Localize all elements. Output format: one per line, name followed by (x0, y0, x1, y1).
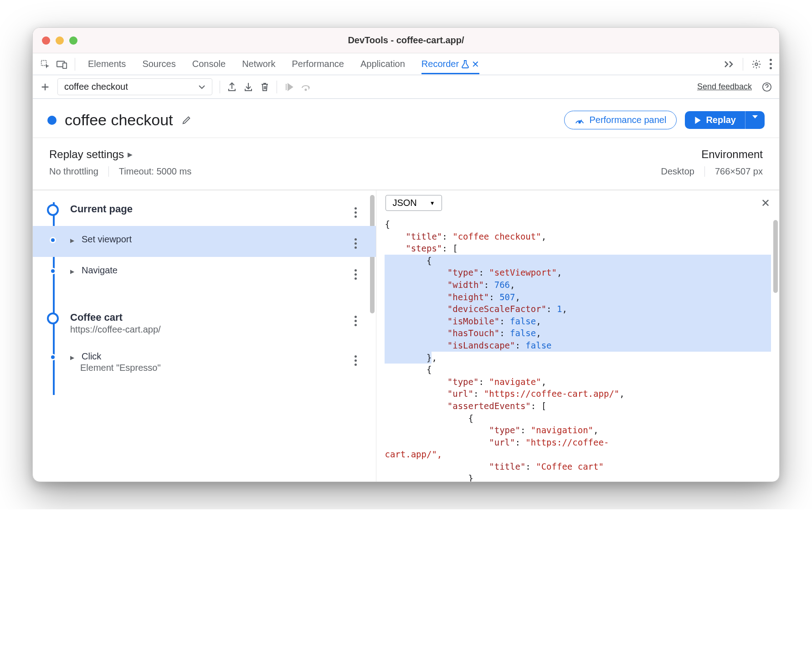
close-code-pane-icon[interactable]: ✕ (761, 197, 770, 210)
timeline-dot-icon (50, 354, 56, 360)
step-more-icon[interactable] (355, 234, 357, 249)
export-icon[interactable] (227, 82, 236, 92)
throttling-value: No throttling (49, 166, 98, 177)
traffic-lights (42, 36, 77, 45)
tab-recorder-label: Recorder (421, 59, 459, 69)
tab-performance[interactable]: Performance (292, 54, 344, 74)
timeout-value: Timeout: 5000 ms (119, 166, 191, 177)
svg-point-3 (755, 63, 758, 66)
recording-select[interactable]: coffee checkout (57, 78, 212, 95)
step-navigate[interactable]: Navigate (46, 257, 370, 288)
step-over-icon[interactable] (301, 83, 311, 91)
replay-button[interactable]: Replay (685, 111, 745, 129)
performance-panel-label: Performance panel (589, 115, 666, 125)
flask-icon (462, 60, 469, 68)
titlebar: DevTools - coffee-cart.app/ (33, 28, 779, 53)
import-icon[interactable] (244, 82, 253, 92)
replay-label: Replay (706, 115, 736, 125)
step-detail: Element "Espresso" (70, 363, 344, 373)
tab-network[interactable]: Network (242, 54, 275, 74)
panel-tabs: Elements Sources Console Network Perform… (88, 54, 719, 74)
more-tabs-icon[interactable] (724, 60, 735, 68)
play-icon (694, 116, 701, 124)
step-group-current-page[interactable]: Current page (46, 195, 370, 226)
new-recording-icon[interactable] (40, 82, 50, 92)
performance-panel-button[interactable]: Performance panel (564, 111, 677, 129)
tab-console[interactable]: Console (192, 54, 226, 74)
expand-caret-icon[interactable] (70, 265, 78, 276)
settings-row: Replay settings ▶ No throttling Timeout:… (33, 138, 779, 190)
close-tab-icon[interactable]: ✕ (472, 59, 479, 70)
step-more-icon[interactable] (355, 351, 357, 366)
tab-recorder[interactable]: Recorder ✕ (421, 54, 479, 74)
step-set-viewport[interactable]: Set viewport (33, 226, 376, 257)
tab-sources[interactable]: Sources (142, 54, 175, 74)
svg-point-4 (305, 89, 307, 90)
minimize-window-button[interactable] (56, 36, 64, 45)
scrollbar-thumb[interactable] (773, 220, 778, 293)
step-label: Navigate (82, 265, 118, 276)
gauge-icon (575, 116, 585, 125)
svg-point-6 (579, 121, 581, 123)
timeline-dot-icon (50, 237, 56, 243)
caret-right-icon: ▶ (128, 151, 133, 158)
step-group-title: Current page (70, 203, 344, 215)
maximize-window-button[interactable] (69, 36, 77, 45)
steps-pane: Current page Set viewport Navigate (33, 190, 376, 482)
window-title: DevTools - coffee-cart.app/ (33, 35, 779, 46)
settings-gear-icon[interactable] (751, 59, 761, 69)
step-click[interactable]: Click Element "Espresso" (46, 343, 370, 381)
step-group-url: https://coffee-cart.app/ (70, 324, 344, 335)
close-window-button[interactable] (42, 36, 50, 45)
step-label: Set viewport (82, 234, 132, 245)
recorder-toolbar: coffee checkout Send feedback (33, 75, 779, 99)
devtools-tabs-row: Elements Sources Console Network Perform… (33, 53, 779, 75)
device-toolbar-icon[interactable] (57, 60, 67, 69)
expand-caret-icon[interactable] (70, 351, 78, 362)
environment-device: Desktop (661, 166, 694, 177)
help-icon[interactable] (762, 82, 772, 92)
kebab-menu-icon[interactable] (770, 59, 772, 69)
timeline-marker-icon (47, 313, 59, 324)
step-more-icon[interactable] (355, 312, 357, 326)
continue-icon[interactable] (284, 82, 293, 92)
code-pane-header: JSON ▼ ✕ (376, 190, 779, 215)
delete-icon[interactable] (260, 82, 269, 92)
replay-settings-heading[interactable]: Replay settings ▶ (49, 148, 191, 161)
step-more-icon[interactable] (355, 265, 357, 280)
code-pane: JSON ▼ ✕ { "title": "coffee checkout", "… (376, 190, 779, 482)
split-pane: Current page Set viewport Navigate (33, 190, 779, 482)
environment-heading: Environment (661, 148, 763, 161)
tab-elements[interactable]: Elements (88, 54, 126, 74)
caret-down-icon (752, 115, 758, 119)
svg-rect-2 (63, 63, 67, 68)
replay-button-group: Replay (685, 111, 765, 129)
inspect-element-icon[interactable] (40, 59, 50, 69)
step-label: Click (82, 351, 101, 362)
step-group-title: Coffee cart (70, 312, 344, 323)
environment-dimensions: 766×507 px (715, 166, 763, 177)
recording-select-value: coffee checkout (64, 82, 128, 92)
send-feedback-link[interactable]: Send feedback (697, 82, 752, 92)
devtools-window: DevTools - coffee-cart.app/ Elements Sou… (32, 27, 780, 482)
chevron-down-icon (198, 85, 206, 89)
caret-down-icon: ▼ (430, 200, 435, 206)
step-more-icon[interactable] (355, 203, 357, 218)
recording-title: coffee checkout (65, 111, 173, 129)
recording-status-dot (47, 116, 57, 125)
recording-header: coffee checkout Performance panel Replay (33, 99, 779, 138)
code-scroll[interactable]: { "title": "coffee checkout", "steps": [… (376, 215, 779, 482)
edit-title-icon[interactable] (181, 115, 191, 125)
expand-caret-icon[interactable] (70, 234, 78, 245)
json-code-block: { "title": "coffee checkout", "steps": [… (385, 218, 771, 482)
code-format-value: JSON (392, 198, 416, 208)
tab-application[interactable]: Application (360, 54, 405, 74)
timeline-dot-icon (50, 268, 56, 274)
timeline-marker-icon (47, 204, 59, 216)
replay-settings-label: Replay settings (49, 148, 124, 161)
code-format-select[interactable]: JSON ▼ (385, 195, 442, 211)
step-group-coffee-cart[interactable]: Coffee cart https://coffee-cart.app/ (46, 303, 370, 343)
replay-options-caret[interactable] (745, 111, 765, 129)
